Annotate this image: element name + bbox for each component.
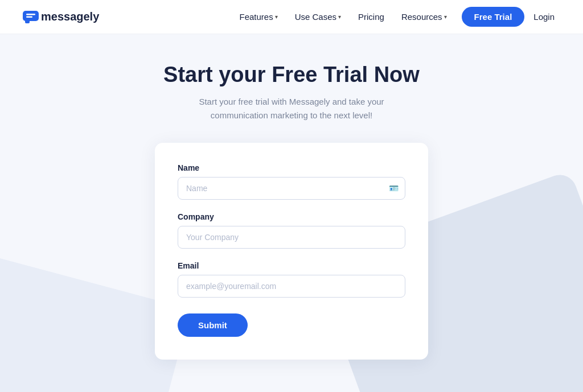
chevron-down-icon: ▾ <box>444 14 447 20</box>
signup-form: Name 🪪 Company Email Submit <box>178 163 405 337</box>
hero-subtitle: Start your free trial with Messagely and… <box>172 95 411 122</box>
person-icon: 🪪 <box>389 184 399 193</box>
login-link[interactable]: Login <box>528 7 560 26</box>
email-label: Email <box>178 261 405 270</box>
chevron-down-icon: ▾ <box>275 14 278 20</box>
main-nav: Features ▾ Use Cases ▾ Pricing Resources… <box>232 7 560 27</box>
svg-rect-2 <box>26 14 35 15</box>
nav-features[interactable]: Features ▾ <box>232 7 284 26</box>
header: messagely Features ▾ Use Cases ▾ Pricing… <box>0 0 583 34</box>
submit-button[interactable]: Submit <box>178 313 248 337</box>
hero-title: Start your Free Trial Now <box>163 63 420 87</box>
free-trial-button[interactable]: Free Trial <box>462 7 525 27</box>
company-field-group: Company <box>178 212 405 249</box>
email-field-group: Email <box>178 261 405 298</box>
logo-text: messagely <box>41 10 99 23</box>
nav-use-cases[interactable]: Use Cases ▾ <box>288 7 348 26</box>
nav-resources[interactable]: Resources ▾ <box>395 7 454 26</box>
logo[interactable]: messagely <box>23 10 99 23</box>
signup-form-card: Name 🪪 Company Email Submit <box>155 143 428 360</box>
svg-rect-1 <box>25 19 30 23</box>
name-input-wrapper: 🪪 <box>178 177 405 200</box>
name-field-group: Name 🪪 <box>178 163 405 200</box>
name-label: Name <box>178 163 405 172</box>
main-content: Start your Free Trial Now Start your fre… <box>0 34 583 360</box>
company-input[interactable] <box>178 226 405 249</box>
logo-icon <box>23 11 39 23</box>
chevron-down-icon: ▾ <box>338 14 341 20</box>
nav-pricing[interactable]: Pricing <box>351 7 391 26</box>
email-input[interactable] <box>178 275 405 298</box>
company-label: Company <box>178 212 405 221</box>
name-input[interactable] <box>178 177 405 200</box>
svg-rect-3 <box>26 16 32 18</box>
